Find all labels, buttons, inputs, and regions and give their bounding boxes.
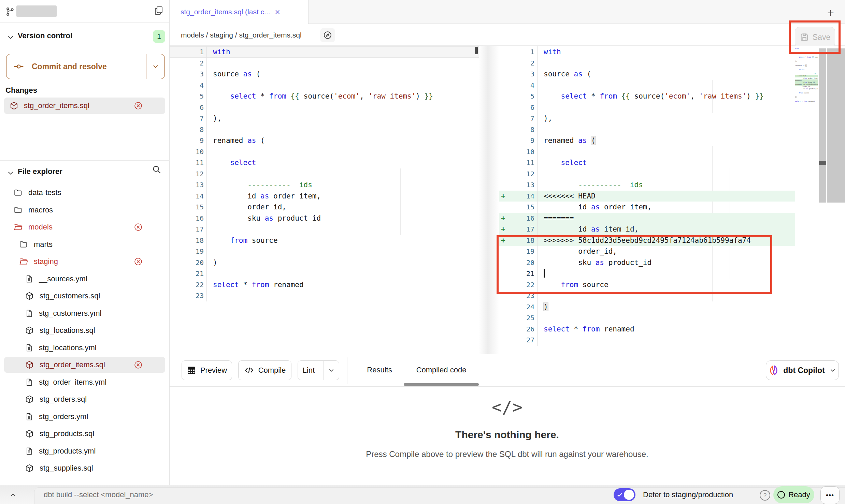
code-line-22[interactable]: 22 from source (499, 279, 795, 291)
code-line-12[interactable]: 12 (170, 168, 479, 180)
code-line-22[interactable]: 22select * from renamed (170, 279, 479, 291)
code-line-7[interactable]: 7), (499, 113, 795, 124)
code-line-9[interactable]: 9renamed as ( (499, 135, 795, 146)
code-line-24[interactable]: 24) (499, 301, 795, 313)
code-line-14[interactable]: +14<<<<<<< HEAD (499, 191, 795, 202)
changed-file-item[interactable]: stg_order_items.sql (4, 98, 165, 114)
file-item-data-tests[interactable]: data-tests (0, 185, 170, 201)
help-icon[interactable]: ? (760, 490, 770, 501)
code-line-9[interactable]: 9renamed as ( (170, 135, 479, 146)
code-line-20[interactable]: 20 sku as product_id (499, 257, 795, 268)
code-line-15[interactable]: 15 id as order_item, (499, 202, 795, 213)
code-line-6[interactable]: 6 (170, 102, 479, 113)
code-line-10[interactable]: 10 (170, 146, 479, 158)
lineage-button[interactable] (320, 28, 335, 42)
preview-button[interactable]: Preview (182, 360, 232, 380)
defer-toggle[interactable] (614, 488, 635, 501)
expand-drawer-chevron-icon[interactable] (9, 491, 17, 499)
search-icon[interactable] (152, 164, 162, 175)
code-line-21[interactable]: 21 (499, 268, 795, 279)
version-control-chevron-icon[interactable] (7, 33, 14, 41)
file-item-models[interactable]: models (0, 219, 170, 235)
compile-button[interactable]: Compile (238, 360, 291, 380)
code-line-13[interactable]: 13 ---------- ids (499, 179, 795, 191)
code-line-10[interactable]: 10 (499, 146, 795, 158)
commit-and-resolve-button[interactable]: Commit and resolve (6, 54, 165, 79)
tab-compiled-code[interactable]: Compiled code (404, 366, 479, 374)
code-line-4[interactable]: 4 (170, 80, 479, 91)
code-line-26[interactable]: 26select * from renamed (499, 324, 795, 335)
code-line-2[interactable]: 2 (499, 58, 795, 69)
file-explorer-chevron-icon[interactable] (7, 169, 14, 177)
code-line-7[interactable]: 7), (170, 113, 479, 124)
ready-status-badge[interactable]: Ready (773, 486, 814, 503)
code-line-23[interactable]: 23 (499, 290, 795, 301)
code-line-6[interactable]: 6 (499, 102, 795, 113)
file-item-stg-customers-yml[interactable]: stg_customers.yml (0, 306, 170, 321)
code-line-3[interactable]: 3source as ( (499, 69, 795, 80)
code-line-4[interactable]: 4 (499, 80, 795, 91)
code-line-25[interactable]: 25 (499, 312, 795, 324)
code-line-17[interactable]: 17 (170, 224, 479, 235)
lint-button[interactable]: Lint (298, 360, 339, 380)
file-item-stg-order-items-yml[interactable]: stg_order_items.yml (0, 374, 170, 390)
tab-stg-order-items[interactable]: stg_order_items.sql (last c... × (170, 0, 309, 24)
code-line-19[interactable]: 19 order_id, (499, 246, 795, 257)
code-line-2[interactable]: 2 (170, 58, 479, 69)
editor-left-pane[interactable]: 1with23source as (45 select * from {{ so… (170, 46, 479, 301)
code-line-23[interactable]: 23 (170, 290, 479, 301)
file-item-stg-orders-yml[interactable]: stg_orders.yml (0, 409, 170, 425)
minimap[interactable]: withsource as ( select * from {{ source(… (795, 48, 818, 116)
file-item-marts[interactable]: marts (0, 237, 170, 252)
file-item--sources-yml[interactable]: __sources.yml (0, 271, 170, 287)
editor-right-pane[interactable]: 1with23source as (45 select * from {{ so… (499, 46, 795, 346)
code-line-8[interactable]: 8 (170, 124, 479, 135)
code-line-27[interactable]: 27 (499, 335, 795, 346)
code-line-5[interactable]: 5 select * from {{ source('ecom', 'raw_i… (170, 91, 479, 102)
code-line-13[interactable]: 13 ---------- ids (170, 179, 479, 191)
left-pane-scrollbar-thumb[interactable] (475, 47, 478, 54)
code-line-8[interactable]: 8 (499, 124, 795, 135)
code-line-18[interactable]: 18 from source (170, 235, 479, 246)
file-item-macros[interactable]: macros (0, 202, 170, 218)
code-line-11[interactable]: 11 select (499, 157, 795, 168)
code-line-1[interactable]: 1with (499, 46, 795, 58)
commit-options-chevron[interactable] (146, 54, 165, 79)
file-item-stg-products-yml[interactable]: stg_products.yml (0, 443, 170, 459)
git-branch-icon[interactable] (5, 7, 15, 16)
code-line-15[interactable]: 15 order_id, (170, 202, 479, 213)
code-line-21[interactable]: 21 (170, 268, 479, 279)
code-line-3[interactable]: 3source as ( (170, 69, 479, 80)
code-line-14[interactable]: 14 id as order_item, (170, 191, 479, 202)
file-item-stg-locations-sql[interactable]: stg_locations.sql (0, 323, 170, 338)
file-item-stg-supplies-sql[interactable]: stg_supplies.sql (0, 460, 170, 476)
tab-results[interactable]: Results (358, 366, 401, 374)
code-line-12[interactable]: 12 (499, 168, 795, 180)
code-line-17[interactable]: +17 id as item_id, (499, 224, 795, 235)
copy-icon[interactable] (154, 5, 164, 16)
new-tab-button[interactable]: + (827, 6, 834, 19)
code-line-16[interactable]: 16 sku as product_id (170, 213, 479, 224)
editor-scrollbar-track[interactable] (819, 48, 826, 203)
file-item-stg-locations-yml[interactable]: stg_locations.yml (0, 340, 170, 356)
code-line-20[interactable]: 20) (170, 257, 479, 268)
lint-options-chevron[interactable] (324, 361, 339, 380)
minimap-scrollbar[interactable] (827, 48, 845, 203)
code-line-19[interactable]: 19 (170, 246, 479, 257)
code-line-16[interactable]: +16======= (499, 213, 795, 224)
file-item-stg-customers-sql[interactable]: stg_customers.sql (0, 288, 170, 304)
code-line-1[interactable]: 1with (170, 46, 479, 58)
code-line-5[interactable]: 5 select * from {{ source('ecom', 'raw_i… (499, 91, 795, 102)
code-line-18[interactable]: +18>>>>>>> 58c1dd23d5eebd9cd2495fa7124ab… (499, 235, 795, 246)
file-item-staging[interactable]: staging (0, 254, 170, 269)
file-item-stg-orders-sql[interactable]: stg_orders.sql (0, 391, 170, 407)
save-button[interactable]: Save (795, 27, 835, 47)
code-line-11[interactable]: 11 select (170, 157, 479, 168)
command-input[interactable]: dbt build --select <model_name> (44, 490, 153, 499)
file-item-stg-products-sql[interactable]: stg_products.sql (0, 426, 170, 442)
tab-close-icon[interactable]: × (275, 7, 280, 17)
file-item-stg-order-items-sql[interactable]: stg_order_items.sql (0, 357, 170, 373)
more-options-button[interactable]: ••• (820, 486, 840, 504)
pane-divider[interactable] (479, 46, 499, 354)
editor-scrollbar-thumb[interactable] (819, 161, 826, 165)
